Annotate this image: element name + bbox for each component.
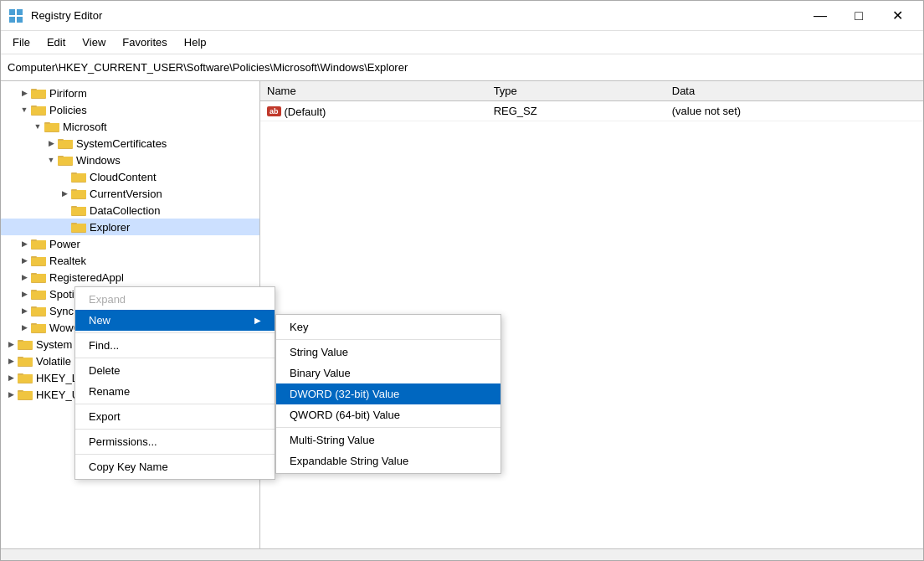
- ctx-divider-1: [75, 332, 275, 333]
- sub-qword-value[interactable]: QWORD (64-bit) Value: [276, 404, 501, 425]
- svg-rect-30: [71, 223, 77, 224]
- reg-data: (value not set): [665, 101, 923, 121]
- tree-item-registeredappl[interactable]: ▶ RegisteredAppl: [1, 269, 259, 286]
- svg-rect-41: [31, 291, 46, 299]
- close-button[interactable]: ✕: [878, 1, 916, 31]
- folder-icon-piriform: [31, 86, 46, 100]
- ctx-permissions[interactable]: Permissions...: [75, 431, 275, 452]
- col-type: Type: [487, 81, 665, 101]
- tree-item-realtek[interactable]: ▶ Realtek: [1, 252, 259, 269]
- ctx-expand[interactable]: Expand: [75, 289, 275, 310]
- minimize-button[interactable]: —: [801, 1, 839, 31]
- svg-rect-14: [58, 140, 73, 148]
- sub-key-label: Key: [290, 321, 308, 333]
- expand-wow6432node: ▶: [18, 321, 31, 334]
- expand-piriform: ▶: [18, 86, 31, 100]
- svg-rect-45: [31, 306, 37, 308]
- tree-item-systemcerts[interactable]: ▶ SystemCertificates: [1, 135, 259, 152]
- tree-label-currentversion: CurrentVersion: [90, 188, 162, 200]
- expand-hkey-local: ▶: [4, 371, 18, 384]
- expand-spotify: ▶: [18, 287, 31, 301]
- svg-rect-36: [31, 256, 37, 258]
- ctx-export-label: Export: [89, 410, 121, 423]
- folder-icon-systemcerts: [58, 136, 73, 150]
- menu-bar: File Edit View Favorites Help: [1, 31, 923, 54]
- tree-item-explorer[interactable]: ▶ Explorer: [1, 219, 259, 235]
- ctx-copy-key[interactable]: Copy Key Name: [75, 456, 275, 477]
- svg-rect-32: [31, 240, 46, 249]
- folder-icon-syncengines: [31, 304, 46, 317]
- folder-icon-system: [18, 337, 33, 351]
- tree-label-policies: Policies: [49, 104, 87, 116]
- ctx-divider-5: [75, 454, 275, 455]
- expand-system: ▶: [4, 337, 18, 351]
- svg-rect-38: [31, 274, 46, 282]
- svg-rect-11: [44, 123, 59, 131]
- svg-rect-59: [18, 391, 33, 399]
- ab-icon: ab: [267, 106, 281, 116]
- menu-help[interactable]: Help: [176, 33, 215, 52]
- menu-view[interactable]: View: [74, 33, 114, 52]
- folder-icon-volatile: [18, 354, 33, 368]
- ctx-new-arrow: ▶: [254, 316, 261, 325]
- svg-rect-9: [31, 106, 37, 107]
- tree-item-cloudcontent[interactable]: ▶ CloudContent: [1, 168, 259, 185]
- tree-label-cloudcontent: CloudContent: [90, 171, 157, 183]
- ctx-rename[interactable]: Rename: [75, 381, 275, 402]
- svg-rect-1: [17, 9, 23, 15]
- tree-item-datacollection[interactable]: ▶ DataCollection: [1, 202, 259, 219]
- folder-icon-registeredappl: [31, 270, 46, 284]
- ctx-delete[interactable]: Delete: [75, 360, 275, 381]
- tree-label-explorer: Explorer: [90, 221, 130, 234]
- sub-multi-string-label: Multi-String Value: [290, 434, 375, 446]
- maximize-button[interactable]: □: [839, 1, 878, 31]
- table-row[interactable]: ab (Default) REG_SZ (value not set): [260, 101, 923, 121]
- tree-label-windows: Windows: [76, 154, 121, 167]
- svg-rect-47: [31, 324, 46, 332]
- folder-icon-windows: [58, 153, 73, 167]
- expand-systemcerts: ▶: [44, 136, 58, 150]
- sub-divider-2: [276, 427, 501, 428]
- sub-binary-value[interactable]: Binary Value: [276, 363, 501, 383]
- svg-rect-33: [31, 239, 37, 241]
- scrollbar-area: [1, 548, 923, 560]
- sub-expandable-string[interactable]: Expandable String Value: [276, 450, 501, 471]
- sub-key[interactable]: Key: [276, 317, 501, 337]
- sub-divider-1: [276, 339, 501, 340]
- tree-label-datacollection: DataCollection: [90, 204, 161, 217]
- context-menu: Expand New ▶ Find... Delete Rename Expor…: [74, 286, 275, 480]
- reg-name: ab (Default): [260, 101, 487, 121]
- ctx-export[interactable]: Export: [75, 406, 275, 427]
- tree-item-currentversion[interactable]: ▶ CurrentVersion: [1, 185, 259, 202]
- svg-rect-21: [71, 172, 77, 174]
- address-text: Computer\HKEY_CURRENT_USER\Software\Poli…: [8, 61, 408, 74]
- svg-rect-39: [31, 273, 37, 275]
- tree-item-piriform[interactable]: ▶ Piriform: [1, 85, 259, 101]
- folder-icon-spotify: [31, 287, 46, 301]
- col-data: Data: [665, 81, 923, 101]
- ctx-find[interactable]: Find...: [75, 335, 275, 356]
- ctx-new[interactable]: New ▶: [75, 310, 275, 331]
- tree-label-systemcerts: SystemCertificates: [76, 137, 167, 150]
- col-name: Name: [260, 81, 487, 101]
- sub-string-value[interactable]: String Value: [276, 342, 501, 363]
- app-icon: [8, 8, 24, 24]
- tree-item-windows[interactable]: ▼ Windows: [1, 152, 259, 168]
- menu-edit[interactable]: Edit: [38, 33, 74, 52]
- sub-dword-value[interactable]: DWORD (32-bit) Value: [276, 383, 501, 404]
- tree-item-policies[interactable]: ▼ Policies: [1, 101, 259, 118]
- expand-power: ▶: [18, 237, 31, 250]
- tree-item-microsoft[interactable]: ▼ Microsoft: [1, 118, 259, 135]
- tree-label-registeredappl: RegisteredAppl: [49, 271, 124, 284]
- sub-multi-string[interactable]: Multi-String Value: [276, 430, 501, 450]
- sub-context-menu: Key String Value Binary Value DWORD (32-…: [275, 314, 501, 474]
- registry-editor-window: Registry Editor — □ ✕ File Edit View Fav…: [0, 0, 924, 561]
- folder-icon-wow6432node: [31, 321, 46, 334]
- window-controls: — □ ✕: [801, 1, 916, 31]
- menu-favorites[interactable]: Favorites: [114, 33, 175, 52]
- tree-item-power[interactable]: ▶ Power: [1, 235, 259, 252]
- svg-rect-5: [31, 90, 46, 98]
- svg-rect-56: [18, 374, 33, 383]
- menu-file[interactable]: File: [4, 33, 38, 52]
- ctx-copy-key-label: Copy Key Name: [89, 461, 168, 473]
